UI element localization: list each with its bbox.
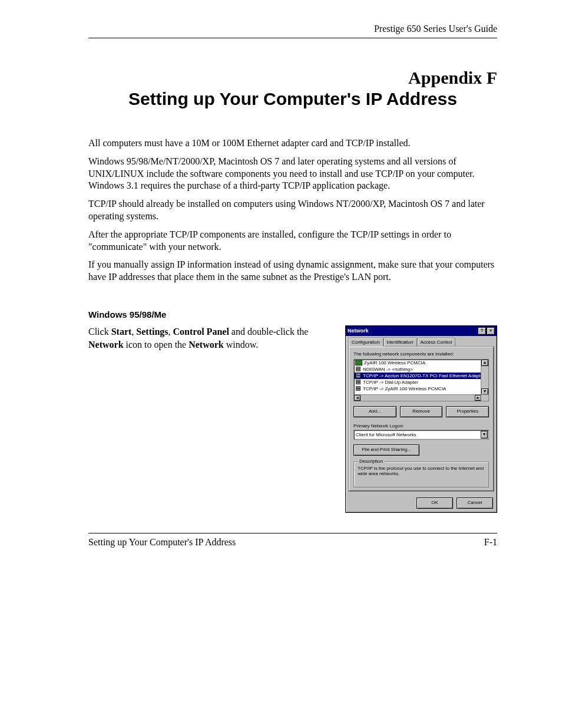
properties-button[interactable]: Properties: [446, 406, 489, 417]
protocol-icon: [355, 386, 361, 391]
network-dialog: Network ? × Configuration Identification…: [345, 325, 497, 513]
paragraph-4: After the appropriate TCP/IP components …: [88, 229, 497, 253]
tab-identification[interactable]: Identification: [384, 338, 417, 346]
scroll-up-icon[interactable]: ▲: [481, 360, 488, 366]
add-button[interactable]: Add...: [353, 406, 396, 417]
appendix-label: Appendix F: [88, 68, 497, 88]
components-label: The following network components are ins…: [353, 351, 489, 357]
adapter-icon: [355, 360, 362, 365]
description-text: TCP/IP is the protocol you use to connec…: [358, 466, 484, 476]
tab-configuration[interactable]: Configuration: [348, 338, 384, 347]
chevron-down-icon[interactable]: ▼: [481, 431, 488, 439]
close-button[interactable]: ×: [487, 327, 495, 335]
help-button[interactable]: ?: [478, 327, 486, 335]
paragraph-3: TCP/IP should already be installed on co…: [88, 198, 497, 223]
list-item-selected[interactable]: TCP/IP -> Accton EN1207D-TX PCI Fast Eth…: [354, 373, 488, 379]
paragraph-5: If you manually assign IP information in…: [88, 259, 497, 284]
paragraph-2: Windows 95/98/Me/NT/2000/XP, Macintosh O…: [88, 156, 497, 192]
protocol-icon: [355, 380, 361, 384]
main-title: Setting up Your Computer's IP Address: [88, 89, 497, 109]
remove-button[interactable]: Remove: [400, 406, 443, 417]
scroll-left-icon[interactable]: ◄: [354, 395, 361, 401]
dialog-titlebar[interactable]: Network ? ×: [346, 326, 497, 336]
components-listbox[interactable]: ZyAIR 100 Wireless PCMCIA NDISWAN -> <no…: [353, 359, 489, 401]
dialog-title: Network: [348, 328, 477, 334]
section-heading-windows: Windows 95/98/Me: [88, 309, 497, 319]
footer-page-number: F-1: [484, 537, 497, 548]
list-item[interactable]: NDISWAN -> <nothing>: [354, 366, 488, 373]
list-item[interactable]: TCP/IP -> ZyAIR 100 Wireless PCMCIA: [354, 386, 488, 392]
tab-access-control[interactable]: Access Control: [417, 338, 456, 346]
page-header: Prestige 650 Series User's Guide: [88, 24, 497, 38]
description-groupbox: Description TCP/IP is the protocol you u…: [353, 462, 489, 487]
footer-title: Setting up Your Computer's IP Address: [88, 537, 484, 548]
list-item[interactable]: ZyAIR 100 Wireless PCMCIA: [354, 360, 488, 366]
scroll-corner: [481, 394, 488, 401]
description-legend: Description: [358, 459, 385, 464]
paragraph-1: All computers must have a 10M or 100M Et…: [88, 137, 497, 150]
ok-button[interactable]: OK: [416, 498, 453, 509]
instruction-text: Click Start, Settings, Control Panel and…: [88, 325, 336, 351]
page-footer: Setting up Your Computer's IP Address F-…: [88, 533, 497, 548]
list-item[interactable]: TCP/IP -> Dial-Up Adapter: [354, 379, 488, 386]
primary-logon-label: Primary Network Logon:: [353, 423, 489, 429]
protocol-icon: [355, 373, 361, 378]
primary-logon-combo[interactable]: Client for Microsoft Networks ▼: [353, 430, 489, 440]
file-print-sharing-button[interactable]: File and Print Sharing...: [353, 444, 419, 456]
cancel-button[interactable]: Cancel: [457, 498, 493, 509]
vertical-scrollbar[interactable]: ▲ ▼: [481, 360, 488, 395]
protocol-icon: [355, 367, 361, 371]
horizontal-scrollbar[interactable]: ◄ ►: [354, 394, 488, 401]
primary-logon-value: Client for Microsoft Networks: [356, 432, 416, 437]
